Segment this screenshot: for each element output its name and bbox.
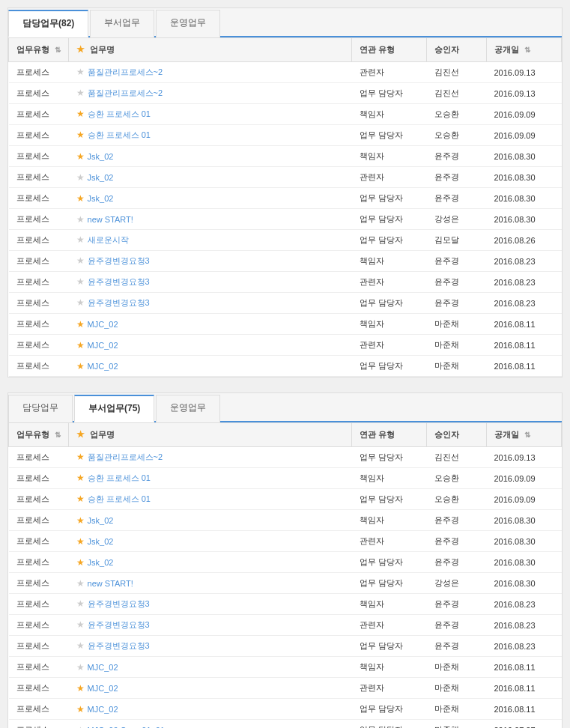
task-name-link[interactable]: MJC_02 [88, 705, 118, 714]
col-header-date[interactable]: 공개일 ⇅ [487, 38, 562, 62]
star-icon[interactable]: ★ [76, 578, 85, 589]
cell-name: ★품질관리프로세스~2 [69, 83, 352, 104]
task-name-link[interactable]: 승환 프로세스 01 [88, 109, 151, 118]
task-name-link[interactable]: Jsk_02 [88, 558, 114, 567]
star-icon[interactable]: ★ [76, 319, 85, 330]
star-icon[interactable]: ★ [76, 67, 85, 77]
task-name-link[interactable]: new START! [88, 215, 133, 224]
tab-section2-부서업무[interactable]: 부서업무(75) [74, 395, 154, 422]
cell-type: 프로세스 [9, 699, 69, 720]
tab-section2-운영업무[interactable]: 운영업무 [156, 395, 220, 422]
section2-table: 업무유형 ⇅ ★ 업무명 연관 유형 승인자 공개일 ⇅ 프로세스★품질관리프로… [8, 422, 562, 728]
task-name-link[interactable]: Jsk_02 [88, 152, 114, 161]
sort2-type-icon: ⇅ [55, 431, 61, 439]
task-name-link[interactable]: 품질관리프로세스~2 [88, 452, 163, 461]
task-name-link[interactable]: MJC_02 [88, 320, 118, 329]
cell-approve: 윤주경 [427, 636, 487, 657]
cell-name: ★MJC_02 [69, 314, 352, 335]
col2-header-date[interactable]: 공개일 ⇅ [487, 423, 562, 447]
cell-date: 2016.08.23 [487, 251, 562, 272]
tab-section2-담당업무[interactable]: 담당업무 [8, 395, 73, 422]
task-name-link[interactable]: Jsk_02 [88, 516, 114, 525]
main-container: 담당업무(82) 부서업무 운영업무 업무유형 ⇅ ★ 업무명 연관 유형 승인… [0, 0, 570, 728]
star-icon[interactable]: ★ [76, 557, 85, 568]
cell-type: 프로세스 [9, 468, 69, 489]
star-icon[interactable]: ★ [76, 109, 85, 119]
task-name-link[interactable]: MJC_02 [88, 362, 118, 371]
task-name-link[interactable]: 승환 프로세스 01 [88, 494, 151, 503]
cell-approve: 강성은 [427, 573, 487, 594]
tab-section1-운영업무[interactable]: 운영업무 [156, 10, 220, 37]
cell-name: ★Jsk_02 [69, 510, 352, 531]
star-icon[interactable]: ★ [76, 704, 85, 715]
task-name-link[interactable]: 윤주경변경요청3 [88, 298, 150, 307]
task-name-link[interactable]: 새로운시작 [88, 235, 129, 244]
star-icon[interactable]: ★ [76, 340, 85, 351]
task-name-link[interactable]: 윤주경변경요청3 [88, 599, 150, 608]
cell-type: 프로세스 [9, 657, 69, 678]
task-name-link[interactable]: new START! [88, 579, 133, 588]
task-name-link[interactable]: 윤주경변경요청3 [88, 641, 150, 650]
col-header-type[interactable]: 업무유형 ⇅ [9, 38, 69, 62]
star-icon[interactable]: ★ [76, 536, 85, 547]
cell-type: 프로세스 [9, 615, 69, 636]
star-icon[interactable]: ★ [76, 473, 85, 483]
section1: 담당업무(82) 부서업무 운영업무 업무유형 ⇅ ★ 업무명 연관 유형 승인… [7, 7, 563, 377]
task-name-link[interactable]: 품질관리프로세스~2 [88, 88, 163, 97]
cell-approve: 마준채 [427, 657, 487, 678]
cell-rel: 책임자 [352, 104, 427, 125]
cell-approve: 마준채 [427, 314, 487, 335]
task-name-link[interactable]: MJC_02 Copy 01_01 [88, 726, 165, 729]
star-icon[interactable]: ★ [76, 619, 85, 630]
star-icon[interactable]: ★ [76, 214, 85, 225]
cell-type: 프로세스 [9, 552, 69, 573]
cell-date: 2016.08.11 [487, 678, 562, 699]
cell-rel: 책임자 [352, 146, 427, 167]
star-icon[interactable]: ★ [76, 130, 85, 140]
star-icon[interactable]: ★ [76, 193, 85, 204]
task-name-link[interactable]: 윤주경변경요청3 [88, 620, 150, 629]
cell-rel: 업무 담당자 [352, 720, 427, 729]
star-icon[interactable]: ★ [76, 598, 85, 609]
section1-header-row: 업무유형 ⇅ ★ 업무명 연관 유형 승인자 공개일 ⇅ [9, 38, 562, 62]
star-icon[interactable]: ★ [76, 494, 85, 504]
cell-approve: 윤주경 [427, 293, 487, 314]
star-icon[interactable]: ★ [76, 172, 85, 183]
task-name-link[interactable]: MJC_02 [88, 684, 118, 693]
cell-type: 프로세스 [9, 678, 69, 699]
task-name-link[interactable]: 승환 프로세스 01 [88, 130, 151, 139]
star-icon[interactable]: ★ [76, 151, 85, 162]
star-icon[interactable]: ★ [76, 640, 85, 651]
star-icon[interactable]: ★ [76, 276, 85, 287]
star-icon[interactable]: ★ [76, 297, 85, 308]
task-name-link[interactable]: 윤주경변경요청3 [88, 256, 150, 265]
col2-header-type[interactable]: 업무유형 ⇅ [9, 423, 69, 447]
table-row: 프로세스★윤주경변경요청3업무 담당자윤주경2016.08.23 [9, 636, 562, 657]
cell-rel: 책임자 [352, 251, 427, 272]
cell-rel: 관련자 [352, 62, 427, 83]
task-name-link[interactable]: 품질관리프로세스~2 [88, 67, 163, 76]
star-icon[interactable]: ★ [76, 683, 85, 694]
star-icon[interactable]: ★ [76, 452, 85, 462]
cell-approve: 마준채 [427, 356, 487, 377]
tab-section1-담당업무[interactable]: 담당업무(82) [8, 10, 88, 37]
cell-type: 프로세스 [9, 489, 69, 510]
table-row: 프로세스★윤주경변경요청3책임자윤주경2016.08.23 [9, 594, 562, 615]
tab-section1-부서업무[interactable]: 부서업무 [90, 10, 154, 37]
task-name-link[interactable]: 승환 프로세스 01 [88, 473, 151, 482]
star-icon[interactable]: ★ [76, 361, 85, 371]
star-icon[interactable]: ★ [76, 662, 85, 673]
task-name-link[interactable]: MJC_02 [88, 341, 118, 350]
star-icon[interactable]: ★ [76, 255, 85, 266]
task-name-link[interactable]: Jsk_02 [88, 194, 114, 203]
task-name-link[interactable]: Jsk_02 [88, 173, 114, 182]
cell-rel: 관련자 [352, 335, 427, 356]
task-name-link[interactable]: 윤주경변경요청3 [88, 277, 150, 286]
task-name-link[interactable]: MJC_02 [88, 663, 118, 672]
star-icon[interactable]: ★ [76, 725, 85, 729]
task-name-link[interactable]: Jsk_02 [88, 537, 114, 546]
star-icon[interactable]: ★ [76, 515, 85, 526]
cell-name: ★Jsk_02 [69, 531, 352, 552]
star-icon[interactable]: ★ [76, 234, 85, 245]
star-icon[interactable]: ★ [76, 88, 85, 98]
